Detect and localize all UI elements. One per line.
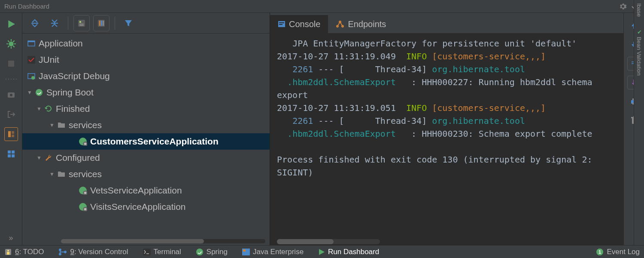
debug-icon[interactable] <box>4 37 18 51</box>
expand-all-icon[interactable] <box>27 15 43 31</box>
more-icon[interactable]: » <box>9 233 13 243</box>
toolbar-divider <box>115 17 115 30</box>
tree-node-finished[interactable]: ▼Finished <box>22 101 270 117</box>
svg-point-29 <box>36 89 43 96</box>
svg-rect-21 <box>99 21 100 26</box>
svg-rect-12 <box>8 150 11 154</box>
tree-node-services[interactable]: ▼services <box>22 117 270 133</box>
side-tab-database[interactable]: lbase <box>636 2 642 18</box>
rerun-icon <box>43 105 54 113</box>
tab-label: Endpoints <box>348 19 386 29</box>
svg-point-2 <box>6 79 6 80</box>
panel-header: Run Dashboard <box>0 0 644 13</box>
svg-rect-19 <box>79 25 84 26</box>
tree-scrollbar[interactable] <box>61 239 265 243</box>
layout-icon[interactable] <box>4 127 18 141</box>
tree-node-vets-service[interactable]: VetsServiceApplication <box>22 182 270 199</box>
svg-text:1: 1 <box>598 249 601 255</box>
svg-rect-17 <box>79 21 81 23</box>
svg-rect-41 <box>279 24 283 25</box>
tree-label: JavaScript Debug <box>39 71 110 81</box>
console-tabs: Console Endpoints <box>270 13 623 34</box>
event-badge-icon: 1 <box>596 248 604 256</box>
chevron-down-icon: ▼ <box>35 106 43 112</box>
run-icon[interactable] <box>4 17 18 31</box>
gear-icon[interactable] <box>617 1 629 12</box>
wrench-icon <box>43 154 54 162</box>
svg-rect-18 <box>79 24 84 25</box>
console-output[interactable]: JPA EntityManagerFactory for persistence… <box>270 34 623 245</box>
svg-point-35 <box>84 192 87 194</box>
tree-label: Finished <box>56 104 90 114</box>
svg-rect-60 <box>143 249 151 255</box>
chevron-down-icon: ▼ <box>35 155 43 161</box>
tree-node-configured[interactable]: ▼Configured <box>22 150 270 166</box>
tree-label: Configured <box>56 153 100 163</box>
sb-run-dashboard[interactable]: Run Dashboard <box>318 248 379 256</box>
group-status-icon[interactable] <box>93 15 109 31</box>
tree-node-application[interactable]: Application <box>22 35 270 52</box>
svg-point-61 <box>196 249 203 255</box>
exit-icon[interactable] <box>4 108 18 121</box>
console-panel: Console Endpoints JPA EntityManagerFacto… <box>270 13 623 245</box>
svg-rect-26 <box>27 56 35 64</box>
svg-rect-63 <box>243 249 246 252</box>
tree-node-customers-service[interactable]: CustomersServiceApplication <box>22 133 270 150</box>
svg-rect-11 <box>12 135 14 137</box>
svg-point-32 <box>84 143 87 145</box>
spring-run-icon <box>77 186 88 195</box>
svg-point-38 <box>84 208 87 211</box>
junit-icon <box>26 56 37 64</box>
collapse-all-icon[interactable] <box>46 15 63 31</box>
svg-rect-56 <box>7 252 9 255</box>
sb-java-enterprise[interactable]: Java Enterprise <box>242 248 304 256</box>
tree-label: VisitsServiceApplication <box>90 202 186 212</box>
javaee-icon <box>242 249 250 255</box>
spring-run-icon <box>77 203 88 211</box>
tree-toolbar <box>22 13 270 34</box>
config-tree: Application JUnit JavaScript Debug ▼Spri… <box>22 34 270 245</box>
right-side-tabs: lbase ✔ Bean Validation <box>634 0 644 245</box>
svg-rect-25 <box>28 41 35 42</box>
group-type-icon[interactable] <box>73 15 90 31</box>
tree-node-services-2[interactable]: ▼services <box>22 166 270 182</box>
tree-node-jsdebug[interactable]: JavaScript Debug <box>22 68 270 84</box>
svg-point-28 <box>31 76 35 80</box>
tab-console[interactable]: Console <box>270 15 328 33</box>
svg-rect-10 <box>12 131 14 134</box>
sb-version-control[interactable]: 9: Version Control <box>58 248 128 256</box>
console-scrollbar[interactable] <box>277 239 380 244</box>
run-config-icon <box>26 40 37 47</box>
svg-rect-14 <box>8 154 11 157</box>
tree-label: Spring Boot <box>46 87 94 98</box>
camera-icon[interactable] <box>4 88 18 101</box>
svg-rect-23 <box>103 21 104 26</box>
spring-icon <box>196 248 204 256</box>
tab-endpoints[interactable]: Endpoints <box>328 15 394 33</box>
svg-rect-9 <box>8 131 11 137</box>
tree-node-visits-service[interactable]: VisitsServiceApplication <box>22 199 270 215</box>
tree-label: VetsServiceApplication <box>90 185 182 196</box>
tree-node-junit[interactable]: JUnit <box>22 52 270 68</box>
sb-spring[interactable]: Spring <box>196 248 228 256</box>
thumbnails-icon[interactable] <box>4 147 18 161</box>
folder-icon <box>56 122 67 129</box>
tree-label: Application <box>39 38 83 49</box>
tree-node-springboot[interactable]: ▼Spring Boot <box>22 84 270 101</box>
terminal-icon <box>143 249 151 255</box>
todo-icon <box>4 248 12 256</box>
stop-icon[interactable] <box>4 57 18 71</box>
tab-label: Console <box>289 19 320 29</box>
branch-icon <box>58 248 67 256</box>
sb-event-log[interactable]: 1Event Log <box>596 248 640 256</box>
svg-point-3 <box>8 79 9 80</box>
svg-point-55 <box>7 250 9 252</box>
sb-terminal[interactable]: Terminal <box>143 248 181 256</box>
status-bar: 6: TODO 9: Version Control Terminal Spri… <box>0 245 644 258</box>
spring-run-icon <box>77 137 88 146</box>
tree-label: services <box>69 169 102 179</box>
sb-todo[interactable]: 6: TODO <box>4 248 44 256</box>
toolbar-divider <box>68 17 68 30</box>
filter-icon[interactable] <box>120 15 137 31</box>
side-tab-bean-validation[interactable]: ✔ Bean Validation <box>636 27 642 77</box>
